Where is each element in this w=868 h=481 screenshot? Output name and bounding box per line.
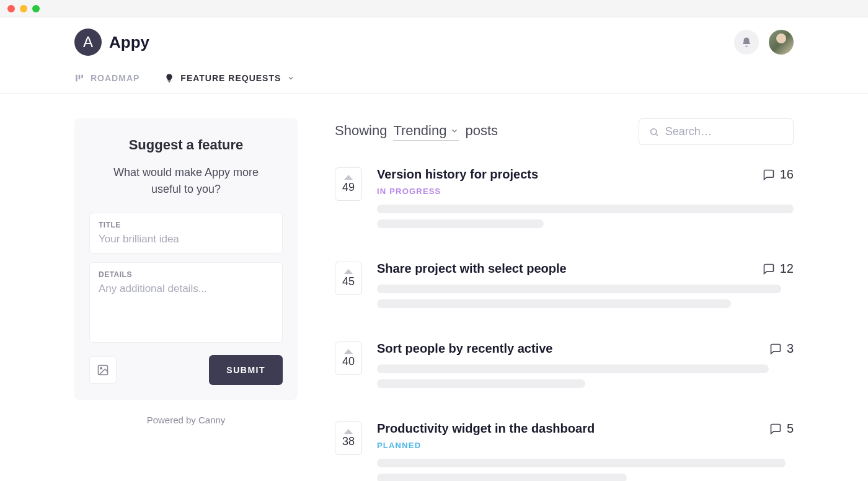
post-title[interactable]: Version history for projects xyxy=(377,167,538,182)
suggest-title: Suggest a feature xyxy=(89,137,283,153)
brand-name: Appy xyxy=(109,33,149,52)
upvote-icon xyxy=(344,175,353,180)
post-item: 38Productivity widget in the dashboard5P… xyxy=(335,421,794,481)
tab-feature-requests-label: FEATURE REQUESTS xyxy=(180,73,281,83)
posts-header: Showing Trending posts xyxy=(335,118,794,145)
roadmap-icon xyxy=(74,73,84,83)
post-body: Sort people by recently active3 xyxy=(377,342,794,394)
post-body: Productivity widget in the dashboard5PLA… xyxy=(377,421,794,481)
window-close-button[interactable] xyxy=(7,5,15,12)
title-field-label: TITLE xyxy=(99,221,273,229)
sort-dropdown[interactable]: Trending xyxy=(393,123,459,141)
svg-line-6 xyxy=(656,133,658,135)
tab-roadmap[interactable]: ROADMAP xyxy=(74,73,140,93)
user-avatar[interactable] xyxy=(769,30,794,55)
brand[interactable]: A Appy xyxy=(74,29,149,56)
details-field-label: DETAILS xyxy=(99,270,273,279)
comment-number: 3 xyxy=(787,342,794,356)
window-titlebar xyxy=(0,0,868,17)
post-excerpt-placeholder xyxy=(377,205,794,213)
post-excerpt-placeholder xyxy=(377,285,781,293)
svg-point-4 xyxy=(100,368,102,369)
window-minimize-button[interactable] xyxy=(20,5,27,12)
post-body: Share project with select people12 xyxy=(377,262,794,314)
comment-icon xyxy=(763,263,775,275)
comment-count[interactable]: 3 xyxy=(769,342,794,356)
window-maximize-button[interactable] xyxy=(32,5,40,12)
powered-by[interactable]: Powered by Canny xyxy=(74,415,298,425)
post-excerpt-placeholder xyxy=(377,299,731,308)
vote-count: 45 xyxy=(342,275,355,288)
chevron-down-icon xyxy=(450,126,459,135)
attach-image-button[interactable] xyxy=(89,356,117,384)
post-excerpt-placeholder xyxy=(377,219,544,228)
upvote-icon xyxy=(344,269,353,274)
post-excerpt-placeholder xyxy=(377,459,786,467)
nav-tabs: ROADMAP FEATURE REQUESTS xyxy=(0,73,868,94)
suggest-subtitle: What would make Appy more useful to you? xyxy=(89,164,283,198)
bell-icon xyxy=(741,37,752,48)
search-box[interactable] xyxy=(639,118,794,145)
post-title[interactable]: Productivity widget in the dashboard xyxy=(377,421,595,436)
tab-roadmap-label: ROADMAP xyxy=(91,73,140,83)
vote-button[interactable]: 49 xyxy=(335,167,362,201)
upvote-icon xyxy=(344,349,353,354)
title-field[interactable]: TITLE xyxy=(89,213,283,254)
comment-count[interactable]: 12 xyxy=(763,262,794,276)
search-icon xyxy=(649,126,659,138)
post-item: 49Version history for projects16IN PROGR… xyxy=(335,167,794,234)
main-content: Suggest a feature What would make Appy m… xyxy=(0,94,868,481)
showing-label: Showing xyxy=(335,123,387,139)
details-input[interactable] xyxy=(99,283,273,332)
comment-number: 16 xyxy=(780,167,794,182)
post-status-badge: PLANNED xyxy=(377,441,794,450)
comment-icon xyxy=(763,169,775,181)
post-item: 45Share project with select people12 xyxy=(335,262,794,314)
comment-number: 5 xyxy=(787,421,794,436)
details-field[interactable]: DETAILS xyxy=(89,262,283,343)
svg-rect-2 xyxy=(81,75,83,78)
chevron-down-icon xyxy=(287,74,294,82)
post-excerpt-placeholder xyxy=(377,364,769,373)
title-input[interactable] xyxy=(99,233,273,245)
post-title[interactable]: Share project with select people xyxy=(377,262,567,276)
comment-count[interactable]: 16 xyxy=(763,167,794,182)
svg-rect-1 xyxy=(79,75,81,79)
lightbulb-icon xyxy=(164,73,174,83)
svg-rect-0 xyxy=(76,75,78,82)
tab-feature-requests[interactable]: FEATURE REQUESTS xyxy=(164,73,294,93)
posts-label: posts xyxy=(465,123,498,139)
post-status-badge: IN PROGRESS xyxy=(377,187,794,196)
post-body: Version history for projects16IN PROGRES… xyxy=(377,167,794,234)
app-header: A Appy ROADMAP FEATURE REQUESTS xyxy=(0,17,868,94)
notifications-button[interactable] xyxy=(734,30,759,55)
upvote-icon xyxy=(344,429,353,434)
suggest-feature-card: Suggest a feature What would make Appy m… xyxy=(74,118,298,400)
posts-column: Showing Trending posts 49Version history… xyxy=(335,118,794,481)
comment-number: 12 xyxy=(780,262,794,276)
svg-point-5 xyxy=(651,128,657,134)
post-excerpt-placeholder xyxy=(377,474,627,481)
vote-button[interactable]: 40 xyxy=(335,342,362,375)
post-title[interactable]: Sort people by recently active xyxy=(377,342,552,356)
comment-icon xyxy=(769,343,782,355)
posts-list: 49Version history for projects16IN PROGR… xyxy=(335,167,794,481)
sort-value: Trending xyxy=(393,123,446,139)
vote-button[interactable]: 38 xyxy=(335,421,362,455)
vote-count: 49 xyxy=(342,181,355,194)
vote-button[interactable]: 45 xyxy=(335,262,362,295)
vote-count: 38 xyxy=(342,435,355,448)
vote-count: 40 xyxy=(342,355,355,368)
comment-icon xyxy=(769,423,782,435)
submit-button[interactable]: SUBMIT xyxy=(209,355,283,385)
logo-icon: A xyxy=(74,29,102,56)
post-item: 40Sort people by recently active3 xyxy=(335,342,794,394)
post-excerpt-placeholder xyxy=(377,379,585,388)
image-icon xyxy=(97,364,109,376)
comment-count[interactable]: 5 xyxy=(769,421,794,436)
search-input[interactable] xyxy=(665,125,783,138)
